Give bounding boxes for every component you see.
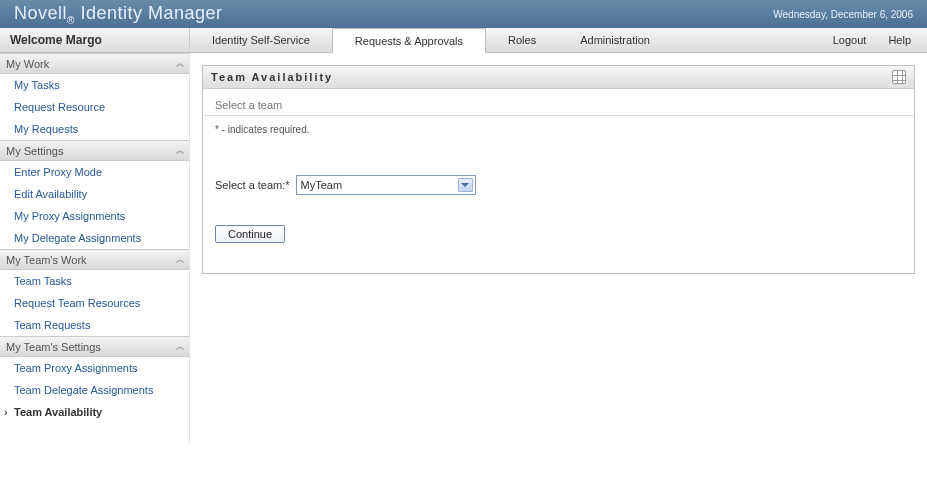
brand-prefix: Novell: [14, 3, 67, 23]
brand: Novell® Identity Manager: [14, 3, 223, 26]
sidebar-section-title: My Team's Work: [6, 254, 87, 266]
required-note: * - indicates required.: [215, 124, 902, 135]
sidebar-item-team-delegate-assignments[interactable]: Team Delegate Assignments: [0, 379, 189, 401]
panel-subtitle: Select a team: [203, 89, 914, 116]
header-date: Wednesday, December 6, 2006: [773, 9, 913, 20]
sidebar-item-enter-proxy-mode[interactable]: Enter Proxy Mode: [0, 161, 189, 183]
form-row-select-team: Select a team:* MyTeam: [215, 175, 902, 195]
select-team-label: Select a team:*: [215, 179, 290, 191]
sidebar-item-my-requests[interactable]: My Requests: [0, 118, 189, 140]
welcome-text: Welcome Margo: [0, 28, 190, 52]
sidebar-section-my-teams-work[interactable]: My Team's Work ︽: [0, 249, 189, 270]
sidebar-section-my-settings[interactable]: My Settings ︽: [0, 140, 189, 161]
sidebar-item-my-tasks[interactable]: My Tasks: [0, 74, 189, 96]
collapse-icon: ︽: [176, 144, 183, 157]
tab-identity-self-service[interactable]: Identity Self-Service: [190, 27, 332, 52]
grid-icon[interactable]: [892, 70, 906, 84]
sidebar-item-my-delegate-assignments[interactable]: My Delegate Assignments: [0, 227, 189, 249]
sidebar-section-my-work[interactable]: My Work ︽: [0, 53, 189, 74]
select-team-value: MyTeam: [301, 179, 343, 191]
tab-roles[interactable]: Roles: [486, 27, 558, 52]
sidebar-section-title: My Settings: [6, 145, 63, 157]
tab-administration[interactable]: Administration: [558, 27, 672, 52]
main-tabs: Identity Self-Service Requests & Approva…: [190, 28, 833, 52]
sidebar-item-request-resource[interactable]: Request Resource: [0, 96, 189, 118]
sidebar-section-title: My Team's Settings: [6, 341, 101, 353]
help-link[interactable]: Help: [888, 34, 911, 46]
registered-mark: ®: [67, 14, 75, 25]
brand-suffix: Identity Manager: [80, 3, 222, 23]
sidebar-item-team-tasks[interactable]: Team Tasks: [0, 270, 189, 292]
panel-team-availability: Team Availability Select a team * - indi…: [202, 65, 915, 274]
sidebar-section-my-teams-settings[interactable]: My Team's Settings ︽: [0, 336, 189, 357]
sub-header: Welcome Margo Identity Self-Service Requ…: [0, 28, 927, 53]
header-right-links: Logout Help: [833, 28, 927, 52]
main-content: Team Availability Select a team * - indi…: [190, 53, 927, 443]
sidebar-section-title: My Work: [6, 58, 49, 70]
sidebar-item-team-availability[interactable]: Team Availability: [0, 401, 189, 423]
continue-button[interactable]: Continue: [215, 225, 285, 243]
collapse-icon: ︽: [176, 57, 183, 70]
sidebar-item-team-requests[interactable]: Team Requests: [0, 314, 189, 336]
app-header: Novell® Identity Manager Wednesday, Dece…: [0, 0, 927, 28]
sidebar: My Work ︽ My Tasks Request Resource My R…: [0, 53, 190, 443]
collapse-icon: ︽: [176, 253, 183, 266]
sidebar-item-my-proxy-assignments[interactable]: My Proxy Assignments: [0, 205, 189, 227]
logout-link[interactable]: Logout: [833, 34, 867, 46]
panel-title: Team Availability: [211, 71, 333, 83]
collapse-icon: ︽: [176, 340, 183, 353]
select-team-dropdown[interactable]: MyTeam: [296, 175, 476, 195]
panel-body: * - indicates required. Select a team:* …: [203, 116, 914, 273]
panel-header: Team Availability: [203, 66, 914, 89]
chevron-down-icon: [458, 178, 473, 192]
sidebar-item-request-team-resources[interactable]: Request Team Resources: [0, 292, 189, 314]
sidebar-item-edit-availability[interactable]: Edit Availability: [0, 183, 189, 205]
sidebar-item-team-proxy-assignments[interactable]: Team Proxy Assignments: [0, 357, 189, 379]
tab-requests-approvals[interactable]: Requests & Approvals: [332, 28, 486, 53]
